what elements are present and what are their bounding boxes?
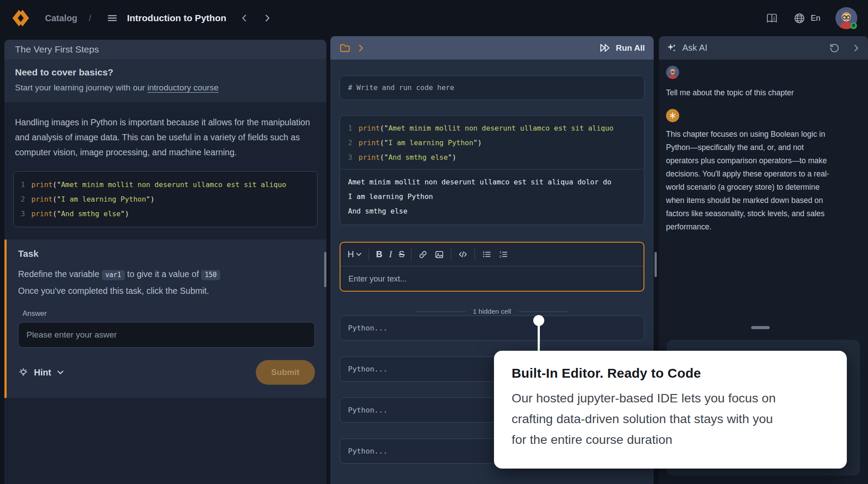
numbered-list-button[interactable]: 1 2 — [498, 249, 509, 259]
output-line: Amet minim mollit non deserunt ullamco e… — [348, 175, 636, 189]
lightbulb-icon — [18, 367, 29, 378]
refresh-icon — [829, 43, 840, 53]
tooltip-anchor-line — [538, 325, 540, 352]
code-line: 3print("And smthg else") — [21, 206, 317, 221]
expand-files-chevron-icon[interactable] — [356, 43, 366, 53]
app-root: Catalog / Introduction to Python En — [0, 0, 868, 484]
output-line: I am learning Python — [348, 189, 636, 204]
bullet-list-icon — [482, 249, 492, 259]
user-message: Tell me about the topic of this chapter — [666, 86, 859, 99]
collapse-panel-button[interactable] — [851, 43, 861, 53]
hidden-cells-toggle[interactable]: 1 hidden cell — [340, 308, 644, 315]
task-card: Task Redefine the variable var1 to give … — [4, 240, 326, 398]
answer-label: Answer — [22, 309, 315, 318]
submit-button[interactable]: Submit — [256, 360, 315, 385]
code-line: 1print("Amet minim mollit non deserunt u… — [348, 121, 644, 135]
code-line: 2print("I am learning Python") — [348, 135, 644, 150]
output-line: And smthg else — [348, 204, 636, 218]
run-all-button[interactable]: Run All — [599, 43, 645, 53]
variable-chip: var1 — [102, 270, 125, 280]
top-nav: Catalog / Introduction to Python En — [0, 0, 868, 36]
run-all-icon — [599, 43, 611, 53]
language-label[interactable]: En — [811, 14, 820, 23]
brand-logo-icon[interactable] — [11, 8, 31, 28]
code-line: 1print("Amet minim mollit non deserunt u… — [21, 177, 317, 192]
value-chip: 150 — [201, 270, 220, 280]
resize-handle[interactable] — [751, 326, 770, 329]
chapter-list-icon[interactable] — [106, 13, 118, 23]
svg-text:1: 1 — [500, 250, 501, 254]
bold-button[interactable]: B — [376, 249, 382, 259]
editor-toolbar: H B I S — [340, 243, 644, 266]
code-icon — [458, 249, 468, 259]
basics-heading: Need to cover basics? — [15, 67, 316, 78]
svg-text:2: 2 — [500, 255, 501, 259]
chevron-right-icon — [851, 43, 861, 53]
sparkle-icon — [666, 42, 677, 53]
link-button[interactable] — [418, 250, 428, 259]
breadcrumb-catalog[interactable]: Catalog — [45, 13, 77, 23]
scratch-code-cell[interactable]: # Write and run code here — [340, 75, 644, 100]
code-cell[interactable]: 1print("Amet minim mollit non deserunt u… — [340, 115, 644, 225]
page-title: Introduction to Python — [127, 13, 226, 23]
introductory-course-link[interactable]: introductory course — [147, 83, 219, 92]
ai-message: This chapter focuses on using Boolean lo… — [666, 128, 836, 233]
prev-chapter-button[interactable] — [239, 13, 249, 23]
task-instruction-line2: Once you've completed this task, click t… — [18, 286, 209, 296]
image-button[interactable] — [434, 250, 444, 259]
collapsed-cell[interactable]: Python... — [340, 315, 644, 341]
lesson-paragraph: Handling images in Python is important b… — [4, 102, 326, 160]
glossary-book-icon[interactable] — [765, 12, 778, 24]
link-icon — [418, 250, 428, 259]
bullet-list-button[interactable] — [482, 249, 492, 259]
italic-button[interactable]: I — [389, 249, 392, 260]
text-cell-input[interactable]: Enter your text... — [340, 266, 644, 291]
ai-assistant-avatar — [666, 109, 679, 122]
hint-button[interactable]: Hint — [18, 367, 64, 378]
ask-ai-title: Ask AI — [682, 43, 707, 53]
basics-text: Start your learning journey with our — [15, 83, 147, 92]
breadcrumb-separator: / — [89, 13, 91, 23]
answer-input[interactable] — [18, 322, 315, 348]
language-globe-icon[interactable] — [793, 12, 805, 24]
lesson-scrollbar-thumb[interactable] — [324, 252, 326, 287]
folder-icon[interactable] — [339, 42, 351, 54]
basics-callout: Need to cover basics? Start your learnin… — [4, 59, 326, 102]
hidden-cells-label: 1 hidden cell — [473, 308, 511, 315]
onboarding-tooltip: Built-In Editor. Ready to Code Our hoste… — [494, 351, 847, 469]
tooltip-body: Our hosted jupyter-based IDE lets you fo… — [512, 388, 785, 450]
chapter-title: The Very First Steps — [4, 40, 326, 59]
reset-chat-button[interactable] — [829, 43, 840, 53]
chevron-down-icon — [355, 251, 362, 258]
ask-ai-header: Ask AI — [659, 36, 868, 60]
code-button[interactable] — [458, 249, 468, 259]
code-line: 3print("And smthg else") — [348, 150, 644, 165]
hint-label: Hint — [34, 368, 51, 378]
heading-button[interactable]: H — [348, 249, 362, 259]
lesson-panel: The Very First Steps Need to cover basic… — [4, 40, 326, 484]
strikethrough-button[interactable]: S — [399, 249, 404, 259]
chevron-down-icon — [56, 368, 64, 376]
user-avatar[interactable] — [835, 7, 857, 29]
task-instruction: Redefine the variable var1 to give it a … — [18, 266, 315, 299]
cell-output: Amet minim mollit non deserunt ullamco e… — [340, 169, 644, 225]
editor-scrollbar-thumb[interactable] — [655, 252, 657, 277]
ai-asterisk-icon — [669, 112, 677, 120]
run-all-label: Run All — [616, 43, 645, 53]
numbered-list-icon: 1 2 — [498, 249, 509, 259]
tooltip-title: Built-In Editor. Ready to Code — [512, 366, 829, 381]
lesson-code-block: 1print("Amet minim mollit non deserunt u… — [13, 171, 318, 227]
editor-header: Run All — [330, 36, 654, 60]
next-chapter-button[interactable] — [262, 13, 272, 23]
task-heading: Task — [18, 248, 315, 259]
rich-text-editor: H B I S — [340, 242, 644, 292]
chat-thread: Tell me about the topic of this chapter … — [659, 60, 868, 233]
image-icon — [434, 250, 444, 259]
tooltip-anchor-dot — [533, 315, 544, 326]
code-line: 2print("I am learning Python") — [21, 192, 317, 206]
user-chat-avatar — [666, 73, 679, 80]
